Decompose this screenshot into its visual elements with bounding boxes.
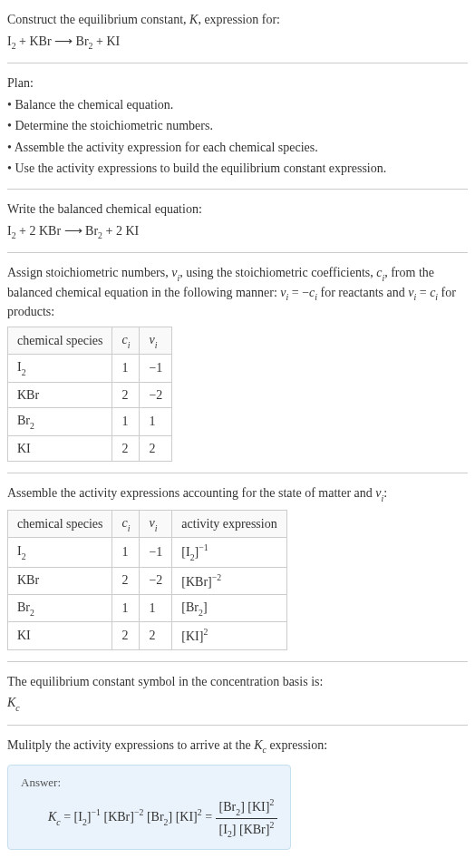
- cell: [KBr]−2: [172, 567, 286, 594]
- t: I: [17, 360, 22, 374]
- t: 2: [228, 829, 232, 839]
- t: KI: [252, 800, 266, 814]
- t: c: [56, 817, 60, 827]
- t: 2: [89, 41, 93, 51]
- activity-table: chemical species ci νi activity expressi…: [7, 510, 287, 650]
- t: i: [382, 493, 384, 503]
- table-row: KBr 2 −2 [KBr]−2: [8, 567, 287, 594]
- t: Br: [223, 800, 236, 814]
- t: ν: [408, 286, 413, 299]
- t: expression:: [267, 738, 327, 752]
- t: i: [177, 273, 179, 283]
- text: K: [189, 13, 198, 26]
- divider: [7, 725, 468, 726]
- t: I: [186, 545, 190, 559]
- t: i: [382, 273, 384, 283]
- cell: KI: [8, 435, 112, 462]
- t: +: [16, 34, 30, 48]
- t: c: [121, 333, 127, 346]
- t: i: [414, 292, 417, 302]
- t: Br: [17, 600, 30, 614]
- t: ν: [280, 286, 286, 299]
- symbol-line1: The equilibrium constant symbol in the c…: [7, 673, 468, 691]
- t: , using the stoichiometric coefficients,: [179, 266, 376, 279]
- t: +: [102, 224, 116, 238]
- t: K: [48, 810, 56, 824]
- answer-box: Answer: Kc = [I2]−1 [KBr]−2 [Br2] [KI]2 …: [7, 765, 291, 850]
- t: i: [315, 292, 317, 302]
- t: ν: [375, 486, 381, 500]
- divider: [7, 63, 468, 63]
- t: ν: [149, 333, 154, 346]
- t: 2: [269, 820, 274, 830]
- divider: [7, 661, 468, 662]
- t: Br: [76, 34, 89, 48]
- table-header-row: chemical species ci νi activity expressi…: [8, 510, 287, 538]
- t: i: [128, 340, 131, 350]
- t: 2: [98, 230, 102, 240]
- t: 2: [116, 224, 122, 238]
- assemble-paragraph: Assemble the activity expressions accoun…: [7, 484, 468, 504]
- cell: 1: [112, 538, 140, 567]
- t: ⟶: [61, 224, 85, 238]
- t: 2: [12, 230, 16, 240]
- t: ν: [149, 516, 154, 530]
- cell: [I2]−1: [172, 538, 286, 567]
- t: +: [93, 34, 107, 48]
- t: KBr: [108, 810, 130, 824]
- numerator: [Br2] [KI]2: [216, 796, 278, 818]
- cell: 2: [112, 382, 140, 408]
- t: c: [263, 745, 267, 755]
- col-nui: νi: [140, 510, 172, 538]
- answer-expression: Kc = [I2]−1 [KBr]−2 [Br2] [KI]2 = [Br2] …: [21, 796, 277, 839]
- t: Mulitply the activity expressions to arr…: [7, 738, 254, 752]
- table-row: KBr 2 −2: [8, 382, 172, 408]
- intro-line1: Construct the equilibrium constant, K, e…: [7, 11, 468, 29]
- cell: I2: [8, 355, 112, 383]
- cell: 2: [140, 435, 172, 462]
- t: ⟶: [52, 34, 76, 48]
- cell: 1: [112, 594, 140, 622]
- divider: [7, 473, 468, 473]
- t: 2: [203, 627, 208, 637]
- t: I: [17, 544, 22, 558]
- cell: 1: [140, 594, 172, 622]
- table-row: I2 1 −1: [8, 355, 172, 383]
- t: 2: [12, 41, 16, 51]
- t: KBr: [29, 34, 51, 48]
- table-row: KI 2 2: [8, 435, 172, 462]
- t: KBr: [186, 574, 208, 588]
- t: I: [7, 224, 12, 238]
- cell: [KI]2: [172, 622, 286, 649]
- col-species: chemical species: [8, 510, 112, 538]
- t: 2: [236, 807, 240, 817]
- cell: KBr: [8, 382, 112, 408]
- table-row: KI 2 2 [KI]2: [8, 622, 287, 649]
- plan-bullet: • Assemble the activity expression for e…: [7, 139, 468, 157]
- intro-equation: I2 + KBr ⟶ Br2 + KI: [7, 33, 468, 53]
- plan-bullet: • Determine the stoichiometric numbers.: [7, 117, 468, 135]
- t: ]: [232, 822, 237, 835]
- plan-title: Plan:: [7, 74, 468, 93]
- cell: 2: [112, 622, 140, 649]
- t: I: [7, 34, 12, 48]
- balanced-equation: I2 + 2 KBr ⟶ Br2 + 2 KI: [7, 222, 468, 242]
- cell: −2: [140, 382, 172, 408]
- t: c: [15, 703, 19, 713]
- t: i: [155, 340, 158, 350]
- t: ]: [240, 800, 245, 814]
- t: Br: [85, 224, 98, 238]
- t: i: [128, 523, 131, 533]
- t: KBr: [244, 822, 266, 835]
- table-row: I2 1 −1 [I2]−1: [8, 538, 287, 567]
- answer-label: Answer:: [21, 775, 277, 791]
- t: 2: [22, 551, 26, 561]
- table-row: Br2 1 1: [8, 408, 172, 436]
- divider: [7, 189, 468, 190]
- t: 2: [30, 608, 34, 618]
- cell: Br2: [8, 408, 112, 436]
- col-activity: activity expression: [172, 510, 286, 538]
- cell: KI: [8, 622, 112, 649]
- cell: 2: [112, 435, 140, 462]
- denominator: [I2] [KBr]2: [216, 819, 278, 840]
